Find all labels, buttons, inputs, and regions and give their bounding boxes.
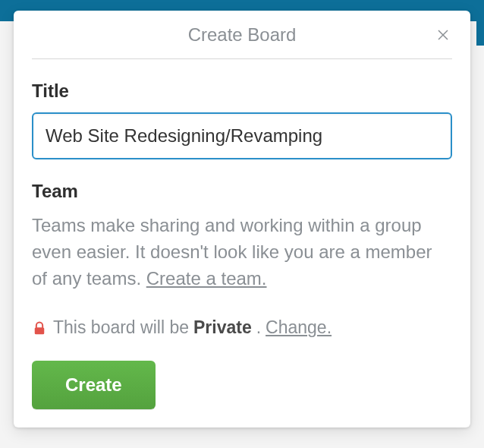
visibility-change-link[interactable]: Change. bbox=[266, 317, 332, 338]
team-description: Teams make sharing and working within a … bbox=[32, 213, 452, 292]
team-field-group: Team Teams make sharing and working with… bbox=[32, 181, 452, 292]
visibility-prefix: This board will be bbox=[53, 317, 189, 338]
app-top-bar-right bbox=[476, 0, 484, 46]
close-icon[interactable] bbox=[434, 26, 452, 44]
create-board-popover: Create Board Title Team Teams make shari… bbox=[14, 11, 470, 427]
team-label: Team bbox=[32, 181, 452, 202]
svg-rect-2 bbox=[35, 327, 45, 334]
title-field-group: Title bbox=[32, 80, 452, 159]
create-button[interactable]: Create bbox=[32, 361, 156, 409]
popover-header: Create Board bbox=[32, 11, 452, 59]
visibility-row: This board will be Private. Change. bbox=[32, 317, 452, 338]
visibility-suffix: . bbox=[256, 317, 261, 338]
board-title-input[interactable] bbox=[32, 112, 452, 159]
create-team-link[interactable]: Create a team. bbox=[146, 268, 267, 289]
title-label: Title bbox=[32, 80, 452, 102]
visibility-level: Private bbox=[193, 317, 252, 338]
lock-icon bbox=[32, 320, 47, 336]
popover-title: Create Board bbox=[188, 24, 297, 46]
